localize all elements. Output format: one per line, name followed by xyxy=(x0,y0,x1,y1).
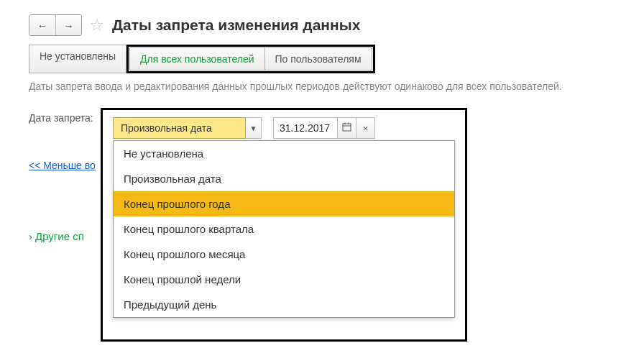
dd-item-not-set[interactable]: Не установлена xyxy=(114,141,454,166)
date-type-input[interactable]: Произвольная дата xyxy=(113,117,246,139)
tabs-highlight-box: Для всех пользователей По пользователям xyxy=(126,45,374,73)
date-field: 31.12.2017 × xyxy=(273,117,375,139)
description-text: Даты запрета ввода и редактирования данн… xyxy=(29,81,615,92)
combo-dropdown-button[interactable]: ▼ xyxy=(246,117,262,139)
date-config-block: Произвольная дата ▼ 31.12.2017 × xyxy=(101,108,467,342)
arrow-right-icon: → xyxy=(63,19,74,32)
date-type-combo: Произвольная дата ▼ xyxy=(113,117,262,139)
other-modes-link[interactable]: ›Другие сп xyxy=(29,230,84,242)
nav-back-button[interactable]: ← xyxy=(29,15,55,35)
less-options-link[interactable]: << Меньше во xyxy=(29,160,96,171)
date-clear-button[interactable]: × xyxy=(356,117,375,139)
dd-item-end-last-month[interactable]: Конец прошлого месяца xyxy=(114,242,454,267)
favorite-star-icon[interactable]: ☆ xyxy=(89,17,105,34)
chevron-down-icon: ▼ xyxy=(250,124,257,132)
mode-tabs: Не установлены Для всех пользователей По… xyxy=(29,45,615,73)
dd-item-end-last-week[interactable]: Конец прошлой недели xyxy=(114,267,454,292)
date-type-dropdown: Не установлена Произвольная дата Конец п… xyxy=(113,140,455,318)
arrow-left-icon: ← xyxy=(37,19,48,32)
tab-not-set[interactable]: Не установлены xyxy=(29,45,126,73)
tab-by-users[interactable]: По пользователям xyxy=(264,47,372,70)
dd-item-arbitrary[interactable]: Произвольная дата xyxy=(114,166,454,191)
nav-buttons: ← → xyxy=(29,14,82,36)
tab-all-users[interactable]: Для всех пользователей xyxy=(129,47,264,70)
date-input[interactable]: 31.12.2017 xyxy=(273,117,338,139)
dd-item-end-last-quarter[interactable]: Конец прошлого квартала xyxy=(114,216,454,242)
svg-rect-0 xyxy=(343,124,351,131)
date-picker-button[interactable] xyxy=(338,117,356,139)
page-title: Даты запрета изменения данных xyxy=(112,17,360,34)
dd-item-prev-day[interactable]: Предыдущий день xyxy=(114,292,454,317)
chevron-right-icon: › xyxy=(29,230,32,242)
close-icon: × xyxy=(363,123,369,134)
dd-item-end-last-year[interactable]: Конец прошлого года xyxy=(114,191,454,216)
nav-forward-button[interactable]: → xyxy=(55,15,81,35)
date-restrict-label: Дата запрета: xyxy=(29,112,93,124)
other-modes-label: Другие сп xyxy=(35,230,84,242)
calendar-icon xyxy=(342,122,351,134)
